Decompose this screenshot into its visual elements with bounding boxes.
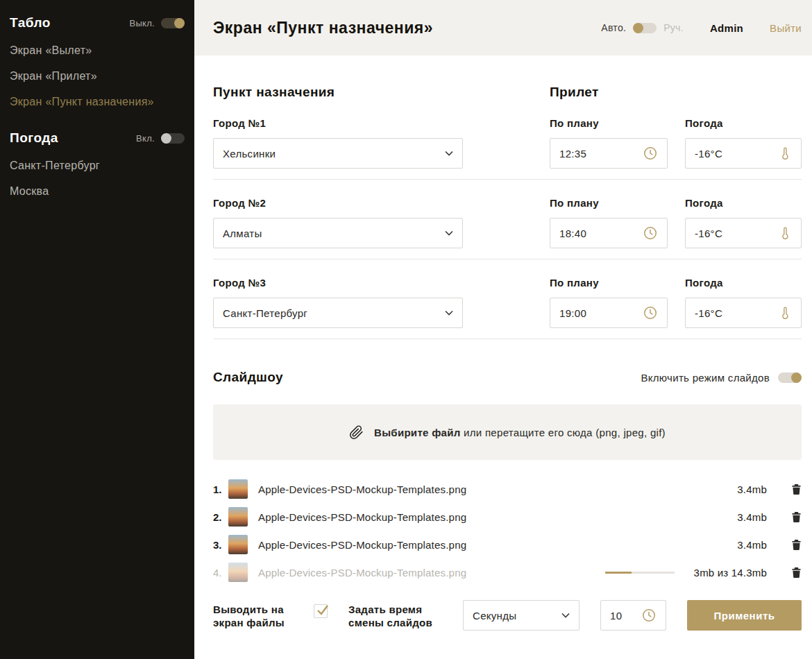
file-row: 1. Apple-Devices-PSD-Mockup-Templates.pn… (213, 475, 802, 503)
delete-file-button[interactable] (790, 567, 802, 578)
sidebar-item-arrival-screen[interactable]: Экран «Прилет» (10, 70, 185, 83)
interval-unit-value: Секунды (473, 610, 516, 622)
section-divider (213, 339, 802, 339)
file-number: 3. (213, 539, 228, 551)
slideshow-mode-toggle[interactable] (778, 373, 802, 383)
file-name: Apple-Devices-PSD-Mockup-Templates.png (258, 511, 737, 523)
destination-row: Город №2 Алматы По плану Погода (213, 197, 802, 248)
sidebar-item-moscow[interactable]: Москва (10, 185, 185, 198)
auto-manual-toggle[interactable] (633, 23, 657, 33)
clock-icon (643, 225, 658, 241)
interval-value-input[interactable] (610, 610, 636, 622)
file-row: 3. Apple-Devices-PSD-Mockup-Templates.pn… (213, 531, 802, 558)
weather-power-toggle[interactable] (161, 133, 185, 144)
plan-time-field (550, 138, 668, 169)
file-row: 2. Apple-Devices-PSD-Mockup-Templates.pn… (213, 503, 802, 531)
city-label: Город №2 (213, 197, 463, 209)
plan-time-field (550, 218, 668, 248)
manual-mode-label[interactable]: Руч. (663, 22, 684, 33)
file-thumbnail (228, 563, 248, 582)
slideshow-settings: Выводить на экран файлы Задать время сме… (213, 600, 802, 631)
clock-icon (643, 146, 658, 161)
slide-interval-label: Задать время смены слайдов (348, 600, 452, 629)
display-files-label: Выводить на экран файлы (213, 600, 303, 629)
display-files-checkbox[interactable] (314, 604, 328, 618)
trash-icon (792, 540, 801, 550)
file-number: 2. (213, 511, 228, 523)
plan-time-input[interactable] (559, 307, 637, 319)
delete-file-button[interactable] (790, 540, 802, 550)
weather-label: Погода (685, 197, 802, 209)
sidebar-weather-title: Погода (10, 130, 58, 146)
app-window: Табло Выкл. Экран «Вылет» Экран «Прилет»… (0, 0, 812, 659)
upload-progress-bar (605, 572, 675, 574)
city-select-value: Хельсинки (223, 148, 276, 160)
destination-section-title: Пункт назначения (213, 85, 550, 100)
file-row-uploading: 4. Apple-Devices-PSD-Mockup-Templates.pn… (213, 558, 802, 586)
sidebar-item-departure-screen[interactable]: Экран «Вылет» (10, 44, 185, 57)
auto-mode-label[interactable]: Авто. (601, 22, 626, 33)
city-select[interactable]: Алматы (213, 218, 463, 248)
clock-icon (643, 305, 658, 320)
delete-file-button[interactable] (790, 512, 802, 522)
city-select[interactable]: Санкт-Петербург (213, 298, 463, 328)
destination-row: Город №3 Санкт-Петербург По плану Погода (213, 277, 802, 328)
city-select-value: Санкт-Петербург (223, 307, 307, 319)
thermometer-icon (778, 225, 792, 241)
chevron-down-icon (445, 151, 453, 156)
city-label: Город №3 (213, 277, 463, 289)
weather-cities-nav: Санкт-Петербург Москва (10, 160, 185, 198)
plan-time-input[interactable] (559, 148, 637, 160)
temperature-input[interactable] (695, 307, 772, 319)
arrival-section-title: Прилет (550, 85, 599, 100)
file-upload-dropzone[interactable]: Выбирите файл или перетащите его сюда (p… (213, 404, 802, 460)
file-number: 1. (213, 483, 228, 495)
apply-button[interactable]: Применить (687, 600, 802, 631)
slideshow-mode-label: Включить режим слайдов (641, 372, 770, 384)
interval-unit-select[interactable]: Секунды (463, 600, 580, 631)
toggle-knob (174, 18, 185, 28)
sidebar-item-destination-screen[interactable]: Экран «Пункт назначения» (10, 96, 185, 108)
destination-row: Город №1 Хельсинки По плану Погода (213, 117, 802, 169)
board-screens-nav: Экран «Вылет» Экран «Прилет» Экран «Пунк… (10, 44, 185, 108)
delete-file-button[interactable] (790, 484, 802, 495)
thermometer-icon (778, 305, 792, 320)
toggle-knob (161, 133, 171, 144)
sidebar-item-saint-petersburg[interactable]: Санкт-Петербург (10, 160, 185, 172)
trash-icon (792, 512, 801, 522)
file-number: 4. (213, 567, 228, 579)
sidebar-board-title: Табло (10, 15, 51, 31)
file-name: Apple-Devices-PSD-Mockup-Templates.png (258, 539, 737, 551)
plan-time-input[interactable] (559, 228, 637, 239)
plan-label: По плану (550, 197, 668, 209)
file-size: 3.4mb (737, 483, 767, 495)
content: Пункт назначения Прилет Город №1 Хельсин… (194, 55, 812, 631)
temperature-input[interactable] (695, 228, 772, 239)
upload-hint: Выбирите файл или перетащите его сюда (p… (374, 427, 666, 438)
page-title: Экран «Пункт назначения» (213, 19, 433, 37)
chevron-down-icon (561, 613, 570, 618)
file-thumbnail (228, 507, 248, 527)
trash-icon (792, 567, 801, 578)
temperature-field (685, 298, 802, 328)
temperature-input[interactable] (695, 148, 772, 160)
user-name: Admin (710, 22, 743, 34)
clock-icon (641, 608, 657, 623)
logout-link[interactable]: Выйти (770, 22, 802, 34)
interval-value-field (600, 600, 666, 631)
plan-label: По плану (550, 117, 668, 129)
main-area: Экран «Пункт назначения» Авто. Руч. Admi… (194, 0, 812, 659)
chevron-down-icon (445, 230, 453, 236)
board-toggle-label: Выкл. (129, 18, 155, 28)
file-thumbnail (228, 479, 248, 499)
checkbox-check-icon (315, 603, 330, 618)
temperature-field (685, 138, 802, 169)
slideshow-section-title: Слайдшоу (213, 370, 283, 385)
file-size: 3mb из 14.3mb (694, 567, 767, 579)
upload-progress-fill (605, 572, 632, 574)
file-list: 1. Apple-Devices-PSD-Mockup-Templates.pn… (213, 475, 802, 586)
city-select[interactable]: Хельсинки (213, 138, 463, 169)
temperature-field (685, 218, 802, 248)
board-power-toggle[interactable] (161, 18, 185, 28)
plan-label: По плану (550, 277, 668, 289)
